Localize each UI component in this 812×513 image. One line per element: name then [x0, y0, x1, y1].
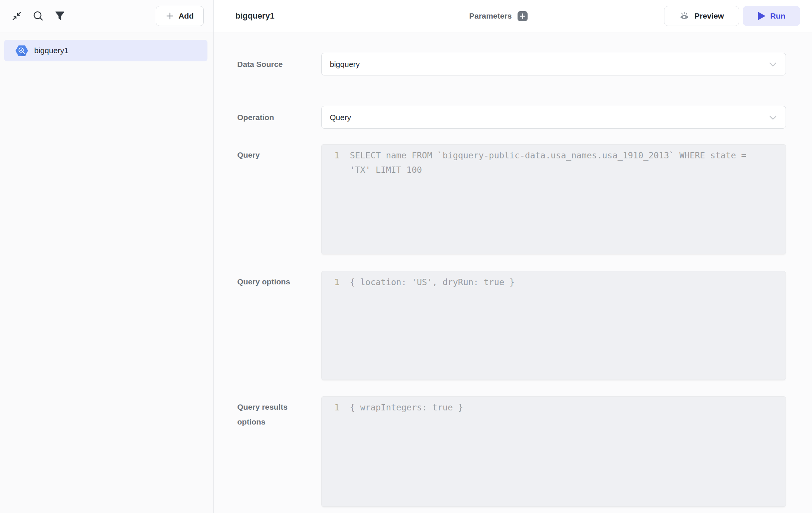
- run-button[interactable]: Run: [743, 6, 800, 26]
- query-sidebar: Add bigquery1: [0, 0, 214, 513]
- query-form: Data Source bigquery Operation Query: [214, 32, 812, 513]
- preview-button-label: Preview: [695, 12, 724, 20]
- line-number: 1: [322, 400, 339, 415]
- add-button-label: Add: [178, 12, 194, 20]
- chevron-down-icon: [768, 60, 777, 69]
- query-editor-panel: bigquery1 Parameters: [214, 0, 812, 513]
- data-source-select[interactable]: bigquery: [321, 53, 786, 75]
- search-icon: [33, 10, 44, 22]
- query-results-options-placeholder: { wrapIntegers: true }: [350, 400, 759, 415]
- filter-button[interactable]: [53, 9, 67, 23]
- chevron-down-icon: [768, 113, 777, 122]
- data-source-label: Data Source: [237, 59, 321, 69]
- data-source-row: Data Source bigquery: [237, 53, 812, 75]
- operation-value: Query: [330, 113, 351, 122]
- query-options-placeholder: { location: 'US', dryRun: true }: [350, 275, 759, 290]
- play-icon: [758, 12, 765, 20]
- query-code-editor[interactable]: 1 SELECT name FROM `bigquery-public-data…: [321, 144, 786, 254]
- parameters-group: Parameters: [469, 0, 528, 32]
- query-options-code-editor[interactable]: 1 { location: 'US', dryRun: true }: [321, 271, 786, 380]
- add-parameter-button[interactable]: [518, 11, 528, 21]
- page-title: bigquery1: [235, 11, 274, 21]
- collapse-arrows-icon: [11, 10, 22, 22]
- operation-row: Operation Query: [237, 106, 812, 129]
- run-button-label: Run: [770, 12, 786, 20]
- data-source-value: bigquery: [330, 60, 360, 69]
- add-query-button[interactable]: Add: [156, 6, 204, 26]
- query-results-options-label: Query results options: [237, 396, 321, 507]
- query-options-row: Query options 1 { location: 'US', dryRun…: [237, 271, 812, 380]
- plus-icon: [166, 12, 174, 20]
- collapse-panel-button[interactable]: [10, 9, 24, 23]
- parameters-label: Parameters: [469, 12, 512, 20]
- query-editor-header: bigquery1 Parameters: [214, 0, 812, 32]
- line-number: 1: [322, 148, 339, 177]
- query-results-options-code-editor[interactable]: 1 { wrapIntegers: true }: [321, 396, 786, 507]
- line-number: 1: [322, 275, 339, 290]
- preview-button[interactable]: Preview: [664, 6, 739, 26]
- filter-funnel-icon: [55, 11, 65, 21]
- plus-icon: [520, 13, 525, 19]
- bigquery-hexagon-icon: [15, 45, 28, 57]
- query-results-options-row: Query results options 1 { wrapIntegers: …: [237, 396, 812, 507]
- query-item-label: bigquery1: [34, 46, 68, 55]
- operation-select[interactable]: Query: [321, 106, 786, 129]
- sidebar-toolbar: Add: [0, 0, 213, 32]
- query-row: Query 1 SELECT name FROM `bigquery-publi…: [237, 144, 812, 254]
- query-placeholder: SELECT name FROM `bigquery-public-data.u…: [350, 148, 759, 177]
- query-list: bigquery1: [0, 32, 213, 61]
- operation-label: Operation: [237, 113, 321, 122]
- query-label: Query: [237, 144, 321, 254]
- query-list-item[interactable]: bigquery1: [4, 40, 207, 61]
- query-options-label: Query options: [237, 271, 321, 380]
- header-actions: Preview Run: [664, 6, 800, 26]
- eye-icon: [679, 11, 689, 21]
- search-button[interactable]: [31, 9, 45, 23]
